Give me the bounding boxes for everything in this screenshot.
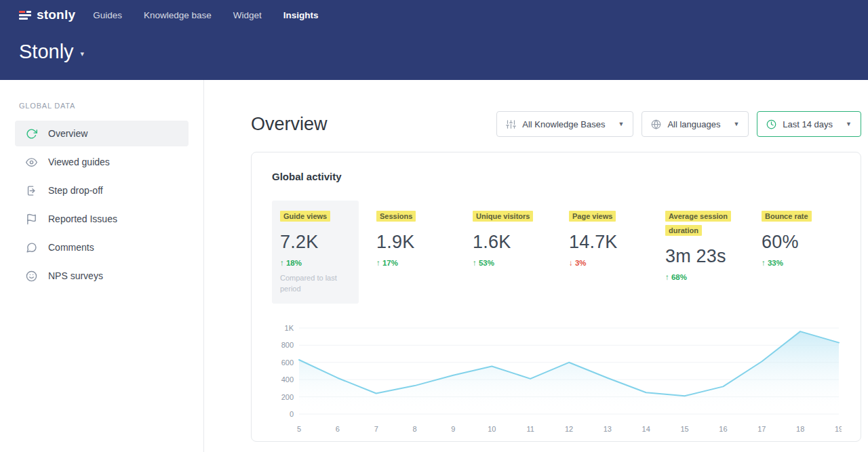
metric-delta: ↓ 3% xyxy=(569,259,642,267)
date-range-filter[interactable]: Last 14 days ▼ xyxy=(757,111,861,137)
chevron-down-icon: ▼ xyxy=(618,121,624,127)
svg-text:200: 200 xyxy=(281,392,294,400)
chart-area: 02004006008001K5678910111213141516171819 xyxy=(272,324,840,439)
metric-guide-views[interactable]: Guide views 7.2K ↑ 18% Compared to last … xyxy=(272,201,359,304)
nav-items: Guides Knowledge base Widget Insights xyxy=(93,10,318,20)
delta-arrow-icon: ↑ xyxy=(376,259,380,267)
sidebar-item-label: Step drop-off xyxy=(48,185,103,196)
filters: All Knowledge Bases ▼ All languages ▼ La… xyxy=(496,111,861,137)
nav-item-widget[interactable]: Widget xyxy=(233,10,262,20)
sidebar-item-label: Overview xyxy=(48,128,87,139)
metric-delta: ↑ 17% xyxy=(376,259,450,267)
filter-label: All Knowledge Bases xyxy=(522,119,605,129)
svg-text:18: 18 xyxy=(796,425,804,433)
metric-label: Average session duration xyxy=(665,211,731,236)
main-content: Overview All Knowledge Bases ▼ All langu… xyxy=(204,80,868,452)
top-navigation: stonly Guides Knowledge base Widget Insi… xyxy=(0,0,868,30)
sidebar-item-nps-surveys[interactable]: NPS surveys xyxy=(15,263,189,289)
svg-text:9: 9 xyxy=(451,425,455,433)
metric-page-views[interactable]: Page views 14.7K ↓ 3% xyxy=(561,201,648,304)
sidebar: GLOBAL DATA Overview Viewed guides Step … xyxy=(0,80,204,452)
workspace-header: Stonly ▾ xyxy=(0,41,868,63)
svg-text:800: 800 xyxy=(281,341,294,349)
svg-text:0: 0 xyxy=(290,410,294,418)
globe-icon xyxy=(651,119,661,129)
svg-text:11: 11 xyxy=(526,425,534,433)
metric-unique-visitors[interactable]: Unique visitors 1.6K ↑ 53% xyxy=(465,201,551,304)
metric-label: Unique visitors xyxy=(473,211,533,222)
svg-text:14: 14 xyxy=(642,425,650,433)
logo-text: stonly xyxy=(37,7,75,22)
svg-text:6: 6 xyxy=(336,425,340,433)
sidebar-item-label: NPS surveys xyxy=(48,270,103,281)
stonly-logo[interactable]: stonly xyxy=(19,7,75,22)
nav-item-insights[interactable]: Insights xyxy=(283,10,319,20)
delta-arrow-icon: ↑ xyxy=(665,273,669,281)
delta-arrow-icon: ↑ xyxy=(473,259,477,267)
svg-text:400: 400 xyxy=(281,375,294,384)
metric-delta: ↑ 33% xyxy=(762,259,835,267)
metric-note: Compared to last period xyxy=(280,273,342,295)
metric-avg-session-duration[interactable]: Average session duration 3m 23s ↑ 68% xyxy=(657,201,744,304)
metric-value: 7.2K xyxy=(280,232,353,253)
metrics-row: Guide views 7.2K ↑ 18% Compared to last … xyxy=(272,201,840,304)
svg-text:15: 15 xyxy=(680,425,688,433)
delta-arrow-icon: ↑ xyxy=(280,259,284,267)
svg-text:17: 17 xyxy=(757,425,766,433)
flag-icon xyxy=(26,213,38,225)
eye-icon xyxy=(26,156,38,168)
languages-filter[interactable]: All languages ▼ xyxy=(642,111,749,137)
sidebar-item-viewed-guides[interactable]: Viewed guides xyxy=(15,149,189,175)
nav-item-guides[interactable]: Guides xyxy=(93,10,122,20)
sidebar-item-label: Comments xyxy=(48,242,94,253)
global-activity-card: Global activity Guide views 7.2K ↑ 18% C… xyxy=(251,152,861,442)
activity-chart: 02004006008001K5678910111213141516171819 xyxy=(272,324,842,436)
comment-bubble-icon xyxy=(26,241,38,253)
svg-text:5: 5 xyxy=(297,425,301,433)
sidebar-section-label: GLOBAL DATA xyxy=(0,102,203,110)
svg-text:19: 19 xyxy=(835,425,842,433)
sliders-icon xyxy=(506,119,516,129)
filter-label: Last 14 days xyxy=(783,119,833,129)
svg-text:7: 7 xyxy=(374,425,378,433)
metric-sessions[interactable]: Sessions 1.9K ↑ 17% xyxy=(368,201,455,304)
svg-text:8: 8 xyxy=(413,425,417,433)
svg-text:10: 10 xyxy=(488,425,496,433)
card-title: Global activity xyxy=(272,171,840,182)
delta-arrow-icon: ↓ xyxy=(569,259,573,267)
svg-text:13: 13 xyxy=(604,425,612,433)
filter-label: All languages xyxy=(667,119,720,129)
metric-bounce-rate[interactable]: Bounce rate 60% ↑ 33% xyxy=(753,201,840,304)
chevron-down-icon: ▼ xyxy=(846,121,852,127)
workspace-chevron-down-icon[interactable]: ▾ xyxy=(81,49,85,58)
step-dropoff-icon xyxy=(26,184,38,197)
svg-text:16: 16 xyxy=(719,425,727,433)
nav-item-knowledge-base[interactable]: Knowledge base xyxy=(144,10,212,20)
metric-value: 60% xyxy=(762,232,835,253)
svg-text:600: 600 xyxy=(281,358,294,367)
sidebar-item-comments[interactable]: Comments xyxy=(15,234,189,260)
metric-delta: ↑ 18% xyxy=(280,259,353,267)
metric-value: 3m 23s xyxy=(665,246,738,267)
smiley-icon xyxy=(26,270,38,282)
metric-value: 14.7K xyxy=(569,232,642,253)
sidebar-item-overview[interactable]: Overview xyxy=(15,121,189,146)
metric-label: Page views xyxy=(569,211,616,222)
sidebar-item-label: Reported Issues xyxy=(48,213,117,224)
metric-label: Guide views xyxy=(280,211,330,222)
workspace-title: Stonly xyxy=(19,41,74,63)
stonly-logo-icon xyxy=(19,11,31,20)
svg-text:12: 12 xyxy=(565,425,573,433)
metric-label: Bounce rate xyxy=(762,211,812,222)
svg-text:1K: 1K xyxy=(285,324,294,332)
sidebar-item-reported-issues[interactable]: Reported Issues xyxy=(15,206,189,232)
metric-label: Sessions xyxy=(376,211,416,222)
page-title: Overview xyxy=(251,114,328,135)
delta-arrow-icon: ↑ xyxy=(762,259,766,267)
metric-delta: ↑ 68% xyxy=(665,273,738,281)
sidebar-item-step-drop-off[interactable]: Step drop-off xyxy=(15,178,189,203)
metric-value: 1.6K xyxy=(473,232,546,253)
metric-value: 1.9K xyxy=(376,232,450,253)
clock-icon xyxy=(766,119,776,129)
knowledge-bases-filter[interactable]: All Knowledge Bases ▼ xyxy=(496,111,633,137)
